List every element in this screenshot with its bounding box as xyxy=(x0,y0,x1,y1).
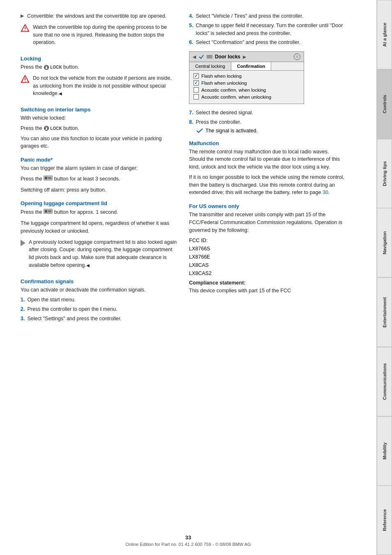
sidebar-tab-reference[interactable]: Reference xyxy=(377,486,392,555)
door-locks-ui: ◀ Door locks ▶ i xyxy=(189,51,304,104)
acoustic-unlocking-label: Acoustic confirm. when unlocking xyxy=(201,95,271,99)
option-acoustic-locking: Acoustic confirm. when locking xyxy=(194,87,300,92)
page-container: ▶ Convertible: the windows and the conve… xyxy=(0,0,392,555)
step-text-2: Press the controller to open the i menu. xyxy=(27,305,117,313)
lock-icon-inline2: LOCK xyxy=(44,125,62,132)
prev-arrow-icon: ◀ xyxy=(193,55,196,59)
step-2: 2. Press the controller to open the i me… xyxy=(21,305,177,313)
flash-locking-checkbox[interactable]: ✓ xyxy=(194,73,199,79)
sidebar-tab-mobility[interactable]: Mobility xyxy=(377,416,392,486)
locking-warning-text: Do not lock the vehicle from the outside… xyxy=(33,74,177,97)
switching-text2: Press the LOCK button. xyxy=(21,125,177,132)
signal-check-icon xyxy=(196,128,203,133)
flash-unlocking-checkbox[interactable]: ✓ xyxy=(194,80,199,86)
step-num-3: 3. xyxy=(21,315,25,323)
step-6: 6. Select "Confirmation" and press the c… xyxy=(189,39,345,46)
svg-rect-19 xyxy=(48,212,51,213)
acoustic-locking-label: Acoustic confirm. when locking xyxy=(201,88,266,92)
page-footer: 33 Online Edition for Part no. 01 41 2 6… xyxy=(0,534,376,547)
fcc-label: FCC ID: xyxy=(189,238,208,243)
convertible-text: Convertible: the windows and the convert… xyxy=(27,12,166,20)
acoustic-locking-checkbox[interactable] xyxy=(194,87,199,92)
step-text-7: Select the desired signal. xyxy=(196,109,253,117)
next-arrow-icon: ▶ xyxy=(243,55,246,59)
svg-point-1 xyxy=(25,30,25,30)
door-locks-title-text: Door locks xyxy=(215,54,240,60)
locking-header: Locking xyxy=(21,56,177,62)
warning-triangle-icon xyxy=(21,24,30,33)
panic-text3: Switching off alarm: press any button. xyxy=(21,186,177,194)
page-ref-link[interactable]: 30 xyxy=(323,190,328,195)
svg-rect-13 xyxy=(48,177,51,178)
fcc-id-2: LX8766E xyxy=(189,254,210,260)
locking-warning: Do not lock the vehicle from the outside… xyxy=(21,74,177,100)
page-number: 33 xyxy=(0,534,376,541)
triangle-icon: ▶ xyxy=(21,13,24,20)
door-locks-title: ◀ Door locks ▶ xyxy=(193,54,246,60)
sidebar-tab-driving-tips[interactable]: Driving tips xyxy=(377,139,392,208)
lock-label: LOCK xyxy=(50,64,62,70)
svg-rect-17 xyxy=(45,210,47,213)
convertible-bullet: ▶ Convertible: the windows and the conve… xyxy=(21,12,177,20)
step-text-5: Change to upper field if necessary. Turn… xyxy=(196,22,345,37)
step-text-3: Select "Settings" and press the controll… xyxy=(27,315,121,323)
step-num-6: 6. xyxy=(189,39,193,46)
central-locking-tab[interactable]: Central locking xyxy=(189,62,231,70)
svg-point-6 xyxy=(25,81,25,81)
step-3: 3. Select "Settings" and press the contr… xyxy=(21,315,177,323)
step-text-6: Select "Confirmation" and press the cont… xyxy=(196,39,300,46)
locking-text: Press the LOCK button. xyxy=(21,63,177,71)
sidebar-tab-entertainment[interactable]: Entertainment xyxy=(377,278,392,347)
door-locks-tabs: Central locking Confirmation xyxy=(189,62,304,71)
fcc-id-4: LX8CAS2 xyxy=(189,271,212,276)
step-text-8: Press the controller. xyxy=(196,118,241,126)
option-flash-locking: ✓ Flash when locking xyxy=(194,73,300,79)
fcc-ids: FCC ID: LX8766S LX8766E LX8CAS LX8CAS2 xyxy=(189,236,345,278)
luggage-button-svg xyxy=(44,208,53,215)
step-num-4: 4. xyxy=(189,12,193,20)
checkmark-icon xyxy=(198,54,204,60)
sidebar-tab-navigation[interactable]: Navigation xyxy=(377,208,392,278)
info-button[interactable]: i xyxy=(294,53,300,60)
note-triangle-icon xyxy=(21,240,25,246)
acoustic-unlocking-checkbox[interactable] xyxy=(194,94,199,99)
step-num-7: 7. xyxy=(189,109,193,117)
signal-activated-text: The signal is activated. xyxy=(205,128,258,134)
step-1: 1. Open the start menu. xyxy=(21,296,177,304)
luggage-text1: Press the button for approx. 1 second. xyxy=(21,208,177,217)
confirmation-tab[interactable]: Confirmation xyxy=(231,62,271,70)
luggage-btn-icon xyxy=(44,208,53,217)
step-num-5: 5. xyxy=(189,22,193,37)
fcc-id-3: LX8CAS xyxy=(189,262,209,268)
sidebar-tab-at-a-glance[interactable]: At a glance xyxy=(377,0,392,69)
confirmation-steps: 1. Open the start menu. 2. Press the con… xyxy=(21,296,177,322)
lock-icon-inline: LOCK xyxy=(44,64,62,70)
panic-btn-icon xyxy=(44,175,53,184)
sidebar-tab-controls[interactable]: Controls xyxy=(377,69,392,139)
fcc-id-1: LX8766S xyxy=(189,246,210,252)
checkmark-symbol: ✓ xyxy=(194,73,198,79)
compliance-text: This device complies with part 15 of the… xyxy=(189,288,291,294)
sidebar-tab-communications[interactable]: Communications xyxy=(377,347,392,416)
right-steps-final: 7. Select the desired signal. 8. Press t… xyxy=(189,109,345,126)
signal-activated: The signal is activated. xyxy=(189,128,345,134)
compliance-label: Compliance statement: xyxy=(189,280,246,286)
step-num-8: 8. xyxy=(189,118,193,126)
switching-text3: You can also use this function to locate… xyxy=(21,135,177,150)
svg-rect-18 xyxy=(48,210,51,211)
convertible-warning-text: Watch the convertible top during the ope… xyxy=(33,23,177,46)
convertible-warning: Watch the convertible top during the ope… xyxy=(21,23,177,49)
for-us-header: For US owners only xyxy=(189,203,345,209)
door-locks-header: ◀ Door locks ▶ i xyxy=(189,52,304,62)
lock-icon xyxy=(44,65,49,70)
footer-text: Online Edition for Part no. 01 41 2 600 … xyxy=(125,542,251,547)
malfunction-text1: The remote control may malfunction due t… xyxy=(189,148,345,171)
malfunction-text2: If it is no longer possible to lock the … xyxy=(189,173,345,197)
step-5: 5. Change to upper field if necessary. T… xyxy=(189,22,345,37)
malfunction-header: Malfunction xyxy=(189,140,345,146)
step-num-1: 1. xyxy=(21,296,25,304)
compliance-statement: Compliance statement: This device compli… xyxy=(189,279,345,295)
option-acoustic-unlocking: Acoustic confirm. when unlocking xyxy=(194,94,300,99)
door-locks-options: ✓ Flash when locking ✓ Flash when unlock… xyxy=(189,71,304,104)
step-8: 8. Press the controller. xyxy=(189,118,345,126)
